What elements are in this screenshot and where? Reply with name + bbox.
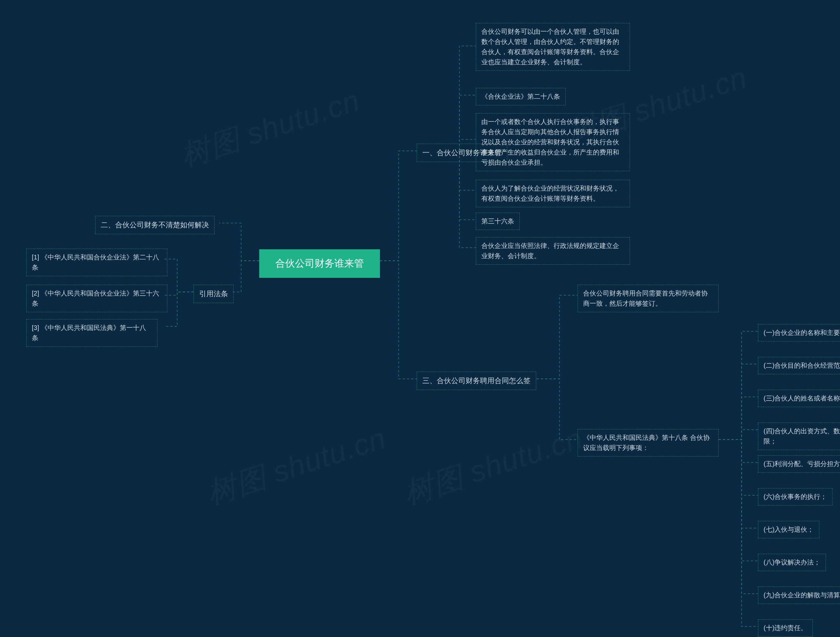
- leaf-gc-8: (八)争议解决办法；: [758, 554, 826, 571]
- leaf-r1-c2: 《合伙企业法》第二十八条: [476, 88, 566, 105]
- leaf-ref-1: [1] 《中华人民共和国合伙企业法》第二十八条: [26, 249, 167, 276]
- leaf-gc-6: (六)合伙事务的执行；: [758, 488, 832, 506]
- leaf-r1-c5: 第三十六条: [476, 213, 520, 230]
- leaf-gc-4: (四)合伙人的出资方式、数额和缴付期限；: [758, 423, 840, 450]
- leaf-gc-1: (一)合伙企业的名称和主要经营场所的地点；: [758, 324, 840, 341]
- watermark: 树图 shutu.cn: [399, 418, 588, 514]
- watermark: 树图 shutu.cn: [175, 80, 365, 176]
- leaf-gc-10: (十)违约责任。: [758, 619, 813, 637]
- leaf-gc-5: (五)利润分配、亏损分担方式；: [758, 455, 840, 473]
- leaf-r1-c1: 合伙公司财务可以由一个合伙人管理，也可以由数个合伙人管理，由合伙人约定。不管理财…: [476, 23, 630, 71]
- mindmap-stage: 树图 shutu.cn 树图 shutu.cn 树图 shutu.cn 树图 s…: [0, 0, 840, 637]
- leaf-ref-2: [2] 《中华人民共和国合伙企业法》第三十六条: [26, 285, 167, 312]
- leaf-r1-c3: 由一个或者数个合伙人执行合伙事务的，执行事务合伙人应当定期向其他合伙人报告事务执…: [476, 113, 630, 171]
- watermark: 树图 shutu.cn: [202, 418, 391, 514]
- leaf-gc-9: (九)合伙企业的解散与清算；: [758, 587, 840, 604]
- connectors: [0, 0, 840, 637]
- leaf-gc-7: (七)入伙与退伙；: [758, 521, 819, 538]
- leaf-r1-c4: 合伙人为了解合伙企业的经营状况和财务状况，有权查阅合伙企业会计账簿等财务资料。: [476, 180, 630, 207]
- root-node[interactable]: 合伙公司财务谁来管: [259, 249, 380, 278]
- leaf-gc-2: (二)合伙目的和合伙经营范围；: [758, 357, 840, 374]
- branch-section-2[interactable]: 二、合伙公司财务不清楚如何解决: [95, 216, 215, 234]
- leaf-ref-3: [3] 《中华人民共和国民法典》第一十八条: [26, 319, 158, 347]
- leaf-r2-c1: 合伙公司财务聘用合同需要首先和劳动者协商一致，然后才能够签订。: [578, 285, 718, 312]
- leaf-gc-3: (三)合伙人的姓名或者名称、住所；: [758, 390, 840, 407]
- leaf-r2-c2[interactable]: 《中华人民共和国民法典》第十八条 合伙协议应当载明下列事项：: [578, 429, 718, 457]
- branch-references[interactable]: 引用法条: [194, 285, 234, 303]
- leaf-r1-c6: 合伙企业应当依照法律、行政法规的规定建立企业财务、会计制度。: [476, 237, 630, 265]
- branch-section-3[interactable]: 三、合伙公司财务聘用合同怎么签: [417, 372, 536, 390]
